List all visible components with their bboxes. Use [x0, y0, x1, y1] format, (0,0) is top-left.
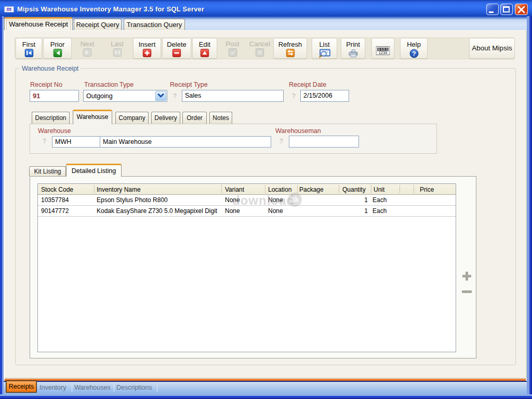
svg-text:?: ?	[412, 50, 416, 58]
svg-text:1234: 1234	[379, 50, 388, 55]
